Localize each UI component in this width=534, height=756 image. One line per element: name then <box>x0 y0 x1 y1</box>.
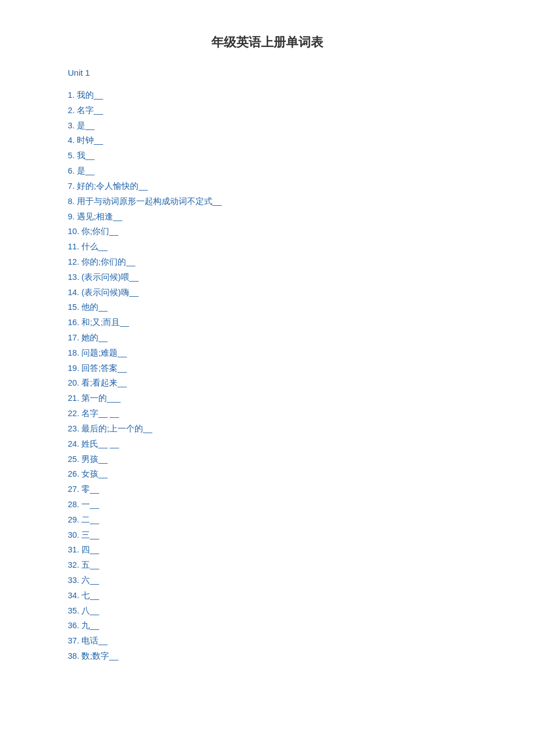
list-item: 22. 名字__ __ <box>68 406 466 421</box>
list-item: 6. 是__ <box>68 163 466 179</box>
list-item: 17. 她的__ <box>68 330 466 345</box>
list-item: 4. 时钟__ <box>68 133 466 148</box>
page-title: 年级英语上册单词表 <box>68 34 466 51</box>
list-item: 5. 我__ <box>68 148 466 163</box>
list-item: 14. (表示问候)嗨__ <box>68 285 466 300</box>
list-item: 1. 我的__ <box>68 88 466 103</box>
list-item: 18. 问题;难题__ <box>68 345 466 361</box>
list-item: 38. 数;数字__ <box>68 649 466 664</box>
list-item: 36. 九__ <box>68 618 466 633</box>
list-item: 32. 五__ <box>68 558 466 573</box>
list-item: 24. 姓氏__ __ <box>68 437 466 452</box>
list-item: 20. 看;看起来__ <box>68 375 466 391</box>
list-item: 12. 你的;你们的__ <box>68 254 466 270</box>
list-item: 28. 一__ <box>68 497 466 512</box>
word-list: 1. 我的__2. 名字__3. 是__4. 时钟__5. 我__6. 是__7… <box>68 88 466 664</box>
list-item: 9. 遇见;相逢__ <box>68 209 466 224</box>
list-item: 13. (表示问候)喂__ <box>68 270 466 285</box>
list-item: 23. 最后的;上一个的__ <box>68 421 466 437</box>
list-item: 29. 二__ <box>68 512 466 528</box>
list-item: 33. 六__ <box>68 573 466 588</box>
list-item: 2. 名字__ <box>68 103 466 118</box>
unit-label: Unit 1 <box>68 68 466 77</box>
list-item: 15. 他的__ <box>68 300 466 315</box>
list-item: 8. 用于与动词原形一起构成动词不定式__ <box>68 194 466 209</box>
list-item: 30. 三__ <box>68 528 466 543</box>
list-item: 34. 七__ <box>68 588 466 603</box>
list-item: 26. 女孩__ <box>68 466 466 482</box>
list-item: 11. 什么__ <box>68 239 466 254</box>
list-item: 37. 电话__ <box>68 633 466 649</box>
list-item: 31. 四__ <box>68 542 466 558</box>
list-item: 21. 第一的___ <box>68 391 466 406</box>
list-item: 25. 男孩__ <box>68 452 466 467</box>
list-item: 27. 零__ <box>68 482 466 497</box>
list-item: 16. 和;又;而且__ <box>68 315 466 330</box>
list-item: 3. 是__ <box>68 118 466 133</box>
list-item: 19. 回答;答案__ <box>68 361 466 376</box>
list-item: 7. 好的;令人愉快的__ <box>68 179 466 194</box>
list-item: 35. 八__ <box>68 603 466 619</box>
list-item: 10. 你;你们__ <box>68 224 466 239</box>
